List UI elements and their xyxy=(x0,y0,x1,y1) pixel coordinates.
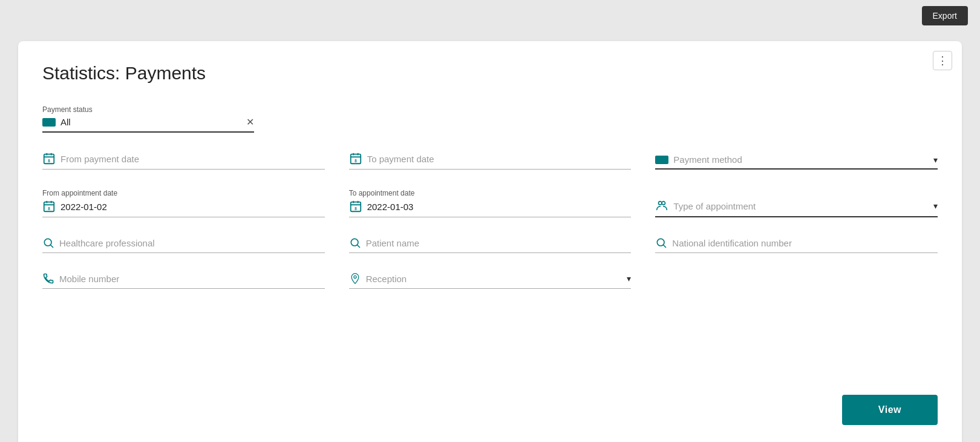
type-of-appointment-dropdown[interactable]: Type of appointment ▾ xyxy=(655,199,938,217)
filter-row-payment-status: Payment status All ✕ xyxy=(42,105,938,133)
payment-status-value: All xyxy=(60,117,246,127)
status-icon xyxy=(42,118,56,127)
to-payment-date-input[interactable]: 8 To payment date xyxy=(349,152,632,170)
from-appointment-date-label: From appointment date xyxy=(42,189,325,197)
location-icon xyxy=(349,272,361,285)
to-appointment-date-input[interactable]: 8 2022-01-03 xyxy=(349,200,632,217)
page-title: Statistics: Payments xyxy=(42,63,938,84)
reception-placeholder: Reception xyxy=(366,274,622,284)
filter-row-professional-patient: Healthcare professional Patient name xyxy=(42,237,938,253)
type-of-appointment-chevron-icon: ▾ xyxy=(933,201,938,211)
patient-name-field: Patient name xyxy=(349,237,632,253)
payment-method-dropdown[interactable]: Payment method ▾ xyxy=(655,154,938,170)
from-payment-date-field: 8 From payment date xyxy=(42,152,325,170)
calendar-icon-to-appointment: 8 xyxy=(349,200,362,213)
calendar-icon-to-payment: 8 xyxy=(349,152,362,165)
national-id-input[interactable]: National identification number xyxy=(655,237,938,253)
reception-dropdown[interactable]: Reception ▾ xyxy=(349,272,632,289)
search-icon-professional xyxy=(42,237,54,249)
search-icon-patient xyxy=(349,237,361,249)
search-icon-national-id xyxy=(655,237,667,249)
national-id-placeholder: National identification number xyxy=(672,238,938,248)
from-payment-date-input[interactable]: 8 From payment date xyxy=(42,152,325,170)
healthcare-professional-field: Healthcare professional xyxy=(42,237,325,253)
to-appointment-date-value: 2022-01-03 xyxy=(367,202,632,212)
reception-field: Reception ▾ xyxy=(349,272,632,289)
filter-row-appointment-dates: From appointment date 8 2022-01-02 xyxy=(42,189,938,217)
svg-text:8: 8 xyxy=(48,159,50,163)
type-of-appointment-placeholder: Type of appointment xyxy=(673,201,929,211)
patient-name-input[interactable]: Patient name xyxy=(349,237,632,253)
healthcare-professional-input[interactable]: Healthcare professional xyxy=(42,237,325,253)
payment-method-placeholder: Payment method xyxy=(673,154,929,165)
patient-name-placeholder: Patient name xyxy=(366,238,632,248)
payment-status-input[interactable]: All ✕ xyxy=(42,116,254,133)
filter-row-dates-payment: 8 From payment date 8 xyxy=(42,152,938,170)
main-card: ⋮ Statistics: Payments Payment status Al… xyxy=(18,41,962,442)
from-appointment-date-field: From appointment date 8 2022-01-02 xyxy=(42,189,325,217)
svg-text:8: 8 xyxy=(354,206,357,211)
from-appointment-date-value: 2022-01-02 xyxy=(60,202,325,212)
payment-method-field: Payment method ▾ xyxy=(655,154,938,170)
filters-grid: Payment status All ✕ xyxy=(42,105,938,308)
calendar-icon-from-payment: 8 xyxy=(42,152,56,165)
export-button[interactable]: Export xyxy=(922,6,968,25)
payment-method-chevron-icon: ▾ xyxy=(933,155,938,165)
svg-line-23 xyxy=(51,245,53,248)
payment-method-icon xyxy=(655,156,668,164)
national-id-field: National identification number xyxy=(655,237,938,253)
svg-line-25 xyxy=(357,245,359,248)
calendar-icon-from-appointment: 8 xyxy=(42,200,56,213)
view-button[interactable]: View xyxy=(842,395,938,425)
svg-line-27 xyxy=(664,245,666,248)
svg-text:8: 8 xyxy=(48,206,50,211)
healthcare-professional-placeholder: Healthcare professional xyxy=(59,238,325,248)
to-payment-date-placeholder: To payment date xyxy=(367,154,632,164)
from-payment-date-placeholder: From payment date xyxy=(60,154,325,164)
svg-point-21 xyxy=(662,202,665,205)
appointment-type-icon xyxy=(655,199,668,213)
mobile-number-field: Mobile number xyxy=(42,272,325,289)
svg-text:8: 8 xyxy=(354,159,357,163)
to-appointment-date-field: To appointment date 8 2022-01-03 xyxy=(349,189,632,217)
payment-status-label: Payment status xyxy=(42,105,254,114)
phone-icon xyxy=(42,272,54,285)
to-payment-date-field: 8 To payment date xyxy=(349,152,632,170)
mobile-number-input[interactable]: Mobile number xyxy=(42,272,325,289)
card-menu-button[interactable]: ⋮ xyxy=(933,51,952,70)
mobile-number-placeholder: Mobile number xyxy=(59,274,325,284)
type-of-appointment-field: Type of appointment ▾ xyxy=(655,199,938,217)
filter-row-mobile-reception: Mobile number Reception ▾ xyxy=(42,272,938,289)
clear-payment-status-button[interactable]: ✕ xyxy=(246,116,254,128)
from-appointment-date-input[interactable]: 8 2022-01-02 xyxy=(42,200,325,217)
to-appointment-date-label: To appointment date xyxy=(349,189,632,197)
reception-chevron-icon: ▾ xyxy=(627,274,631,283)
payment-status-field: Payment status All ✕ xyxy=(42,105,254,133)
